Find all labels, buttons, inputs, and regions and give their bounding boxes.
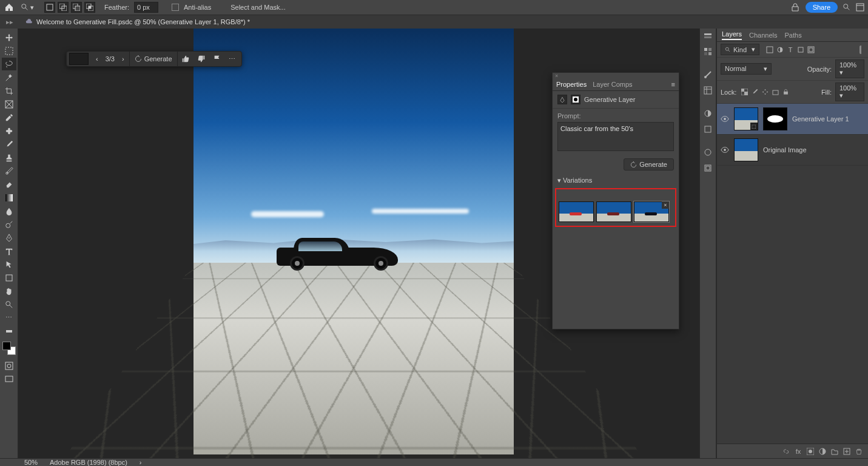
screenmode-icon[interactable] <box>2 373 16 385</box>
panel-menu-icon[interactable]: ≡ <box>671 81 675 88</box>
layer-kind-filter[interactable]: Kind▾ <box>721 44 759 55</box>
blend-mode-select[interactable]: Normal ▾ <box>721 63 772 75</box>
edit-toolbar-icon[interactable] <box>2 325 16 337</box>
new-selection-icon[interactable] <box>44 2 55 13</box>
lock-nested-icon[interactable] <box>771 88 779 96</box>
eyedropper-tool-icon[interactable] <box>2 111 16 124</box>
tab-paths[interactable]: Paths <box>785 32 802 39</box>
feather-input[interactable] <box>134 2 158 13</box>
document-tab-title[interactable]: Welcome to Generative Fill.psdc @ 50% (G… <box>36 18 250 25</box>
filter-adjust-icon[interactable] <box>776 46 784 54</box>
variation-thumb-1[interactable] <box>559 201 594 222</box>
workspace-icon[interactable] <box>856 3 864 12</box>
eraser-tool-icon[interactable] <box>2 178 16 191</box>
layer-mask-thumbnail[interactable] <box>763 107 787 130</box>
path-select-tool-icon[interactable] <box>2 258 16 271</box>
anti-alias-checkbox[interactable] <box>172 4 179 11</box>
filter-toggle-icon[interactable] <box>860 46 864 54</box>
opacity-input[interactable]: 100% ▾ <box>835 59 864 78</box>
panel-icon-gradients[interactable] <box>702 69 714 81</box>
search-icon[interactable] <box>843 3 851 12</box>
prev-variation-icon[interactable]: ‹ <box>91 55 103 62</box>
panel-icon-swatches[interactable] <box>702 46 714 58</box>
share-button[interactable]: Share <box>806 2 838 13</box>
layer-thumbnail[interactable]: ⬚ <box>734 107 758 130</box>
lasso-tool-icon[interactable] <box>2 58 16 70</box>
intersect-selection-icon[interactable] <box>84 2 95 13</box>
tab-channels[interactable]: Channels <box>749 32 777 39</box>
add-selection-icon[interactable] <box>58 2 69 13</box>
panel-icon-libraries[interactable] <box>702 146 714 158</box>
quickmask-icon[interactable] <box>2 359 16 372</box>
properties-generate-button[interactable]: Generate <box>624 158 674 171</box>
filter-smart-icon[interactable] <box>807 46 815 54</box>
more-options-icon[interactable]: ⋯ <box>225 55 239 63</box>
cloud-docs-icon[interactable] <box>791 2 801 12</box>
tab-layer-comps[interactable]: Layer Comps <box>593 81 632 88</box>
move-tool-icon[interactable] <box>2 31 16 44</box>
rectangle-tool-icon[interactable] <box>2 271 16 284</box>
layer-name[interactable]: Generative Layer 1 <box>792 115 849 123</box>
variation-thumb-3[interactable]: × <box>634 201 669 222</box>
history-brush-tool-icon[interactable] <box>2 164 16 177</box>
panel-icon-patterns[interactable] <box>702 84 714 96</box>
hand-tool-icon[interactable] <box>2 285 16 297</box>
filter-type-icon[interactable]: T <box>786 46 795 54</box>
generate-button[interactable]: Generate <box>129 52 178 66</box>
delete-layer-icon[interactable] <box>855 447 863 456</box>
group-icon[interactable] <box>830 447 839 456</box>
subtract-selection-icon[interactable] <box>71 2 82 13</box>
panel-icon-color[interactable] <box>702 30 714 42</box>
adjustment-layer-icon[interactable] <box>818 447 827 456</box>
prompt-textarea[interactable]: Classic car from the 50's <box>557 122 674 151</box>
tabbar-menu-icon[interactable]: ▸▸ <box>6 18 25 26</box>
flag-icon[interactable] <box>209 55 225 63</box>
variation-thumb-2[interactable] <box>596 201 631 222</box>
canvas[interactable]: ‹ 3/3 › Generate ⋯ × Properties Layer Co… <box>18 29 699 458</box>
type-tool-icon[interactable] <box>2 245 16 257</box>
crop-tool-icon[interactable] <box>2 84 16 97</box>
lock-position-icon[interactable] <box>761 88 769 96</box>
lock-transparency-icon[interactable] <box>740 88 749 96</box>
thumbs-down-icon[interactable] <box>193 55 209 63</box>
brush-tool-icon[interactable] <box>2 138 16 150</box>
prompt-mini-input[interactable] <box>69 53 89 65</box>
layer-fx-icon[interactable]: fx <box>794 447 802 456</box>
filter-shape-icon[interactable] <box>796 46 805 54</box>
stamp-tool-icon[interactable] <box>2 151 16 164</box>
doc-info[interactable]: Adobe RGB (1998) (8bpc) <box>50 459 127 466</box>
delete-variation-icon[interactable]: × <box>662 201 669 209</box>
link-layers-icon[interactable] <box>782 447 790 456</box>
color-swatches[interactable] <box>2 342 16 355</box>
tab-layers[interactable]: Layers <box>722 30 742 40</box>
spot-heal-tool-icon[interactable] <box>2 124 16 137</box>
marquee-tool-icon[interactable] <box>2 44 16 57</box>
wand-tool-icon[interactable] <box>2 71 16 84</box>
home-icon[interactable] <box>4 2 15 13</box>
lock-all-icon[interactable] <box>781 88 790 96</box>
doc-info-chevron-icon[interactable]: › <box>140 459 142 466</box>
view-menu[interactable]: ▾ <box>17 3 38 12</box>
filter-pixel-icon[interactable] <box>765 46 774 54</box>
layer-mask-icon[interactable] <box>806 447 815 456</box>
visibility-icon[interactable] <box>721 146 729 154</box>
frame-tool-icon[interactable] <box>2 98 16 110</box>
fill-input[interactable]: 100% ▾ <box>835 83 864 101</box>
panel-icon-adjustments[interactable] <box>702 107 714 120</box>
visibility-icon[interactable] <box>721 115 729 123</box>
layer-thumbnail[interactable] <box>734 138 758 161</box>
layer-name[interactable]: Original Image <box>763 146 807 154</box>
blur-tool-icon[interactable] <box>2 204 16 217</box>
thumbs-up-icon[interactable] <box>178 55 193 63</box>
dodge-tool-icon[interactable] <box>2 218 16 231</box>
zoom-tool-icon[interactable] <box>2 298 16 311</box>
layer-row[interactable]: ⬚Generative Layer 1 <box>717 104 868 135</box>
panel-icon-styles[interactable] <box>702 123 714 135</box>
select-and-mask-button[interactable]: Select and Mask... <box>224 1 292 13</box>
panel-close-icon[interactable]: × <box>553 73 679 78</box>
more-tool-icon[interactable]: ⋯ <box>2 311 16 324</box>
new-layer-icon[interactable] <box>843 447 851 456</box>
variations-header[interactable]: ▾ Variations <box>553 174 679 187</box>
layer-row[interactable]: Original Image <box>717 135 868 166</box>
zoom-level[interactable]: 50% <box>24 459 38 466</box>
